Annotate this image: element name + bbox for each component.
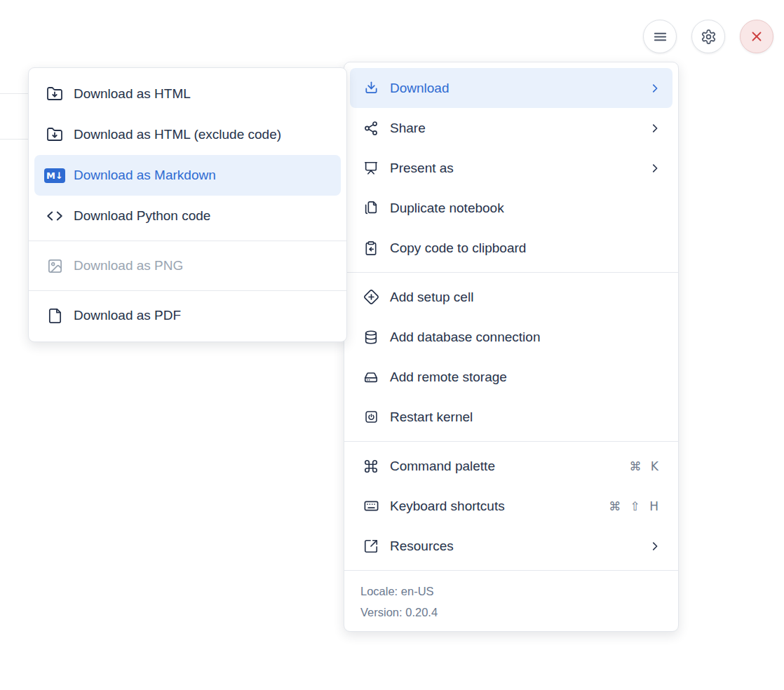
submenu-item-download-html-exclude-code[interactable]: Download as HTML (exclude code) [34, 114, 341, 155]
presentation-icon [363, 161, 379, 176]
menu-item-label: Download [390, 81, 450, 96]
background-rule-line [0, 139, 29, 140]
chevron-right-icon [649, 122, 661, 135]
chevron-right-icon [649, 540, 661, 553]
hamburger-icon [652, 29, 668, 45]
menu-item-label: Add setup cell [390, 290, 473, 305]
menu-item-label: Download as PNG [74, 258, 183, 273]
file-icon [44, 308, 65, 324]
menu-item-duplicate-notebook[interactable]: Duplicate notebook [350, 188, 673, 228]
folder-down-icon [44, 126, 65, 143]
menu-item-label: Download as HTML [74, 86, 191, 102]
menu-separator [344, 570, 678, 571]
menu-item-label: Duplicate notebook [390, 201, 504, 216]
command-icon [363, 459, 379, 474]
menu-item-download[interactable]: Download [350, 68, 673, 108]
menu-item-label: Restart kernel [390, 410, 473, 425]
locale-text: Locale: en-US [360, 581, 662, 602]
markdown-badge-icon: M↓ [44, 168, 65, 183]
share-icon [363, 121, 379, 136]
database-icon [363, 330, 379, 345]
diamond-plus-icon [363, 289, 379, 305]
menu-item-keyboard-shortcuts[interactable]: Keyboard shortcuts ⌘ ⇧ H [350, 486, 673, 526]
menu-item-resources[interactable]: Resources [350, 526, 673, 566]
menu-item-label: Keyboard shortcuts [390, 499, 505, 514]
markdown-badge-text: M↓ [44, 168, 65, 183]
background-rule-line [0, 93, 29, 94]
keyboard-icon [363, 498, 379, 514]
menu-item-label: Download as Markdown [74, 168, 216, 183]
close-icon [749, 29, 764, 44]
submenu-item-download-png[interactable]: Download as PNG [34, 245, 341, 286]
menu-separator [29, 290, 346, 291]
close-button[interactable] [740, 20, 773, 53]
menu-item-label: Command palette [390, 459, 495, 474]
settings-button[interactable] [691, 20, 725, 53]
submenu-item-download-html[interactable]: Download as HTML [34, 74, 341, 114]
menu-item-add-database-connection[interactable]: Add database connection [350, 317, 673, 357]
menu-item-add-setup-cell[interactable]: Add setup cell [350, 277, 673, 317]
shortcut-hint: ⌘ K [629, 459, 661, 473]
menu-item-label: Add remote storage [390, 370, 507, 385]
clipboard-copy-icon [363, 241, 379, 256]
menu-item-label: Add database connection [390, 330, 540, 345]
submenu-item-download-pdf[interactable]: Download as PDF [34, 295, 341, 336]
menu-item-restart-kernel[interactable]: Restart kernel [350, 397, 673, 437]
duplicate-icon [363, 201, 379, 216]
menu-footer: Locale: en-US Version: 0.20.4 [344, 575, 678, 631]
chevron-right-icon [649, 82, 661, 95]
menu-item-copy-code[interactable]: Copy code to clipboard [350, 228, 673, 268]
submenu-item-download-python-code[interactable]: Download Python code [34, 196, 341, 236]
menu-item-label: Download as HTML (exclude code) [74, 127, 281, 142]
menu-item-share[interactable]: Share [350, 108, 673, 148]
window-toolbar [643, 20, 773, 53]
menu-item-label: Download Python code [74, 208, 210, 224]
version-text: Version: 0.20.4 [360, 602, 662, 623]
menu-separator [29, 241, 346, 241]
shortcut-hint: ⌘ ⇧ H [609, 499, 661, 513]
gear-icon [701, 29, 717, 45]
download-submenu: Download as HTML Download as HTML (exclu… [28, 67, 347, 342]
folder-down-icon [44, 86, 65, 102]
menu-item-add-remote-storage[interactable]: Add remote storage [350, 357, 673, 397]
code-icon [44, 207, 65, 225]
download-icon [363, 80, 379, 96]
menu-item-label: Present as [390, 161, 454, 176]
menu-separator [344, 441, 678, 442]
menu-item-label: Share [390, 121, 426, 136]
menu-item-label: Resources [390, 539, 454, 554]
external-link-icon [363, 539, 379, 554]
notebook-menu: Download Share Present as [344, 62, 679, 632]
menu-separator [344, 272, 678, 273]
menu-item-present-as[interactable]: Present as [350, 148, 673, 188]
image-icon [44, 258, 65, 274]
menu-button[interactable] [643, 20, 677, 53]
hard-drive-icon [363, 370, 379, 385]
app-window: Download Share Present as [0, 0, 784, 690]
menu-item-label: Copy code to clipboard [390, 241, 526, 256]
chevron-right-icon [649, 162, 661, 175]
menu-item-label: Download as PDF [74, 308, 181, 323]
submenu-item-download-markdown[interactable]: M↓ Download as Markdown [34, 155, 341, 196]
power-icon [363, 410, 379, 424]
menu-item-command-palette[interactable]: Command palette ⌘ K [350, 446, 673, 486]
